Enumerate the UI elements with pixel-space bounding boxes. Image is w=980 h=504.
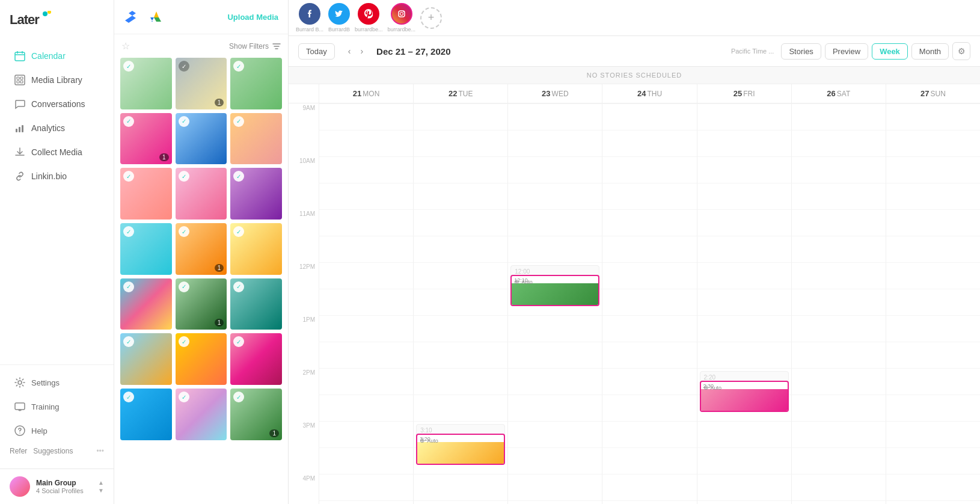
- cal-event[interactable]: ⊕Auto2:30: [700, 381, 789, 412]
- prev-week-button[interactable]: ‹: [345, 44, 355, 58]
- time-cell[interactable]: [319, 368, 413, 395]
- time-cell[interactable]: [413, 500, 507, 504]
- time-cell[interactable]: [507, 368, 602, 395]
- media-item[interactable]: ✓: [120, 389, 172, 440]
- sidebar-item-collect-media[interactable]: Collect Media: [5, 141, 109, 164]
- time-cell[interactable]: [697, 500, 791, 504]
- sidebar-item-training[interactable]: Training: [5, 395, 109, 418]
- month-button[interactable]: Month: [911, 43, 949, 60]
- time-cell[interactable]: [319, 183, 413, 209]
- time-cell[interactable]: [886, 262, 980, 289]
- add-profile-button[interactable]: +: [420, 7, 442, 29]
- time-cell[interactable]: [697, 130, 791, 156]
- time-cell[interactable]: 3:10⊕Auto3:20: [413, 421, 507, 447]
- suggestions-link[interactable]: Suggestions: [33, 447, 73, 455]
- refer-link[interactable]: Refer: [10, 447, 27, 455]
- time-cell[interactable]: [791, 395, 886, 421]
- time-cell[interactable]: [413, 130, 507, 156]
- time-cell[interactable]: [697, 156, 791, 183]
- filter-row[interactable]: Show Filters: [229, 42, 281, 51]
- time-cell[interactable]: [886, 130, 980, 156]
- time-cell[interactable]: 2:20⊕Auto2:30: [697, 368, 791, 395]
- time-cell[interactable]: [507, 474, 602, 500]
- media-item[interactable]: ✓ 1: [176, 58, 227, 109]
- media-item[interactable]: ✓ 1: [230, 389, 282, 440]
- time-cell[interactable]: [413, 474, 507, 500]
- time-cell[interactable]: [791, 262, 886, 289]
- time-cell[interactable]: [413, 342, 507, 368]
- sidebar-item-settings[interactable]: Settings: [5, 371, 109, 394]
- time-cell[interactable]: [319, 421, 413, 447]
- sidebar-item-calendar[interactable]: Calendar: [5, 45, 109, 67]
- media-item[interactable]: ✓: [120, 333, 172, 385]
- time-cell[interactable]: [602, 342, 696, 368]
- time-cell[interactable]: [507, 315, 602, 342]
- next-week-button[interactable]: ›: [357, 44, 367, 58]
- time-cell[interactable]: [886, 209, 980, 236]
- media-item[interactable]: ✓: [230, 333, 282, 385]
- media-item[interactable]: ✓: [176, 333, 227, 385]
- time-cell[interactable]: [507, 421, 602, 447]
- time-cell[interactable]: [886, 395, 980, 421]
- time-cell[interactable]: [602, 395, 696, 421]
- time-cell[interactable]: [791, 421, 886, 447]
- stories-button[interactable]: Stories: [781, 43, 821, 60]
- time-cell[interactable]: [602, 262, 696, 289]
- time-cell[interactable]: [319, 103, 413, 130]
- media-item[interactable]: ✓: [230, 223, 282, 275]
- time-cell[interactable]: [413, 315, 507, 342]
- time-cell[interactable]: [886, 236, 980, 262]
- media-item[interactable]: ✓ 1: [176, 223, 227, 275]
- time-cell[interactable]: [413, 103, 507, 130]
- time-cell[interactable]: [791, 500, 886, 504]
- time-cell[interactable]: [791, 342, 886, 368]
- profile-burrard-ig[interactable]: [391, 3, 412, 25]
- time-cell[interactable]: [602, 130, 696, 156]
- media-item[interactable]: ✓: [230, 113, 282, 165]
- time-cell[interactable]: [413, 289, 507, 315]
- time-cell[interactable]: [319, 236, 413, 262]
- time-cell[interactable]: [886, 183, 980, 209]
- sidebar-item-conversations[interactable]: Conversations: [5, 93, 109, 115]
- time-cell[interactable]: [413, 395, 507, 421]
- time-cell[interactable]: [413, 209, 507, 236]
- time-cell[interactable]: [697, 183, 791, 209]
- media-item[interactable]: ✓ 1: [120, 113, 172, 165]
- calendar-settings-button[interactable]: ⚙: [952, 42, 970, 60]
- time-cell[interactable]: [413, 236, 507, 262]
- time-cell[interactable]: [886, 156, 980, 183]
- time-cell[interactable]: [413, 156, 507, 183]
- time-cell[interactable]: [697, 209, 791, 236]
- cal-event[interactable]: ⊕Auto12:10: [510, 275, 599, 306]
- sidebar-item-media-library[interactable]: Media Library: [5, 69, 109, 91]
- time-cell[interactable]: [697, 447, 791, 474]
- time-cell[interactable]: [697, 315, 791, 342]
- time-cell[interactable]: [886, 103, 980, 130]
- time-cell[interactable]: [602, 421, 696, 447]
- time-cell[interactable]: [886, 447, 980, 474]
- media-item[interactable]: ✓: [176, 168, 227, 220]
- time-cell[interactable]: [886, 500, 980, 504]
- time-cell[interactable]: [507, 103, 602, 130]
- time-cell[interactable]: [791, 130, 886, 156]
- time-cell[interactable]: [319, 315, 413, 342]
- time-cell[interactable]: [319, 289, 413, 315]
- time-cell[interactable]: [602, 474, 696, 500]
- time-cell[interactable]: [319, 156, 413, 183]
- time-cell[interactable]: [791, 103, 886, 130]
- time-cell[interactable]: [507, 183, 602, 209]
- time-cell[interactable]: [886, 289, 980, 315]
- time-cell[interactable]: [507, 209, 602, 236]
- star-icon[interactable]: ☆: [121, 40, 130, 52]
- today-button[interactable]: Today: [298, 43, 335, 60]
- media-item[interactable]: ✓: [176, 113, 227, 165]
- time-cell[interactable]: [697, 289, 791, 315]
- time-cell[interactable]: [602, 315, 696, 342]
- group-expand[interactable]: ▲ ▼: [98, 479, 104, 494]
- time-cell[interactable]: [697, 474, 791, 500]
- time-cell[interactable]: [602, 368, 696, 395]
- time-cell[interactable]: [602, 500, 696, 504]
- profile-burrard-pin[interactable]: [358, 3, 379, 25]
- time-cell[interactable]: [791, 156, 886, 183]
- time-cell[interactable]: [791, 474, 886, 500]
